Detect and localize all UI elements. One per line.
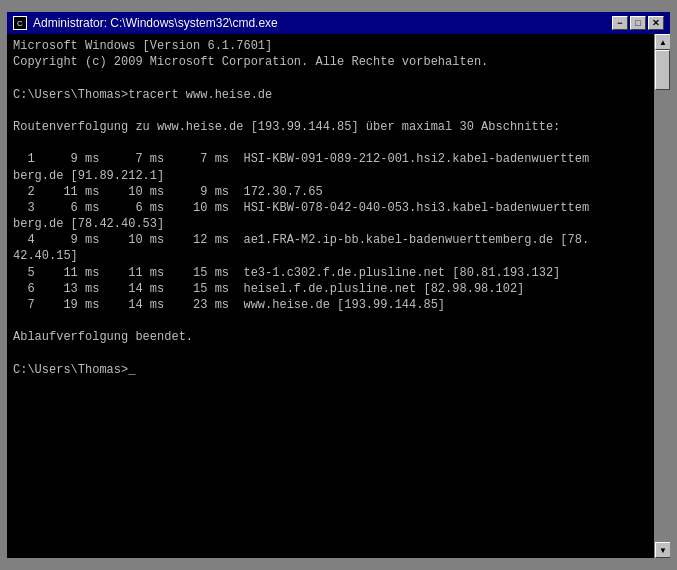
window-title: Administrator: C:\Windows\system32\cmd.e… xyxy=(33,16,278,30)
scroll-up-button[interactable]: ▲ xyxy=(655,34,670,50)
cmd-window: C Administrator: C:\Windows\system32\cmd… xyxy=(5,10,672,560)
scroll-down-button[interactable]: ▼ xyxy=(655,542,670,558)
console-content: Microsoft Windows [Version 6.1.7601] Cop… xyxy=(7,34,654,558)
console-output: Microsoft Windows [Version 6.1.7601] Cop… xyxy=(13,38,648,378)
title-buttons: − □ ✕ xyxy=(612,16,664,30)
scroll-thumb[interactable] xyxy=(655,50,670,90)
scroll-track xyxy=(655,50,670,542)
minimize-button[interactable]: − xyxy=(612,16,628,30)
maximize-button[interactable]: □ xyxy=(630,16,646,30)
window-icon: C xyxy=(13,16,27,30)
console-area: Microsoft Windows [Version 6.1.7601] Cop… xyxy=(7,34,670,558)
close-button[interactable]: ✕ xyxy=(648,16,664,30)
scrollbar[interactable]: ▲ ▼ xyxy=(654,34,670,558)
title-bar-left: C Administrator: C:\Windows\system32\cmd… xyxy=(13,16,278,30)
title-bar: C Administrator: C:\Windows\system32\cmd… xyxy=(7,12,670,34)
